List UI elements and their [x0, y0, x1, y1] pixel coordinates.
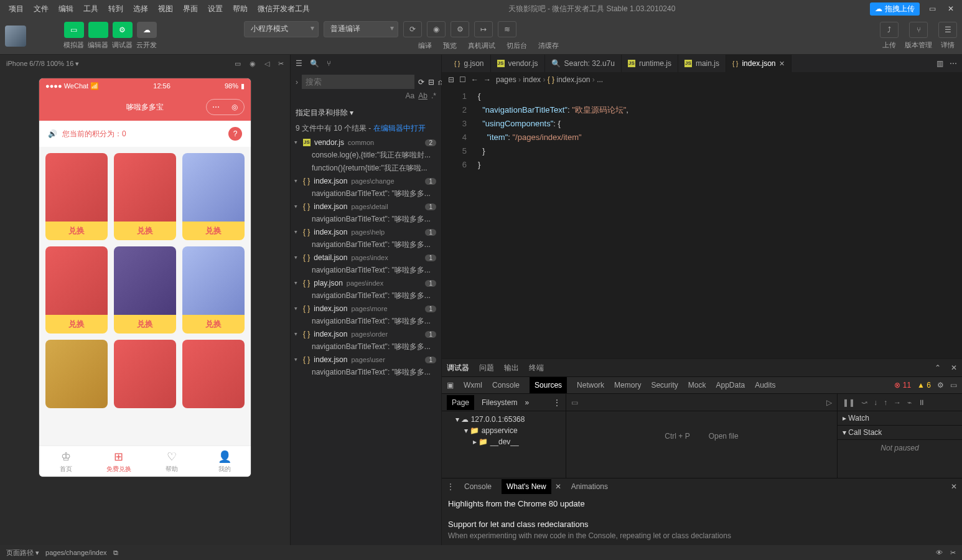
copy-icon[interactable]: ⧉: [113, 549, 118, 557]
minimize-icon[interactable]: ▭: [926, 2, 938, 15]
exchange-button[interactable]: 兑换: [114, 222, 176, 240]
card[interactable]: [114, 340, 176, 408]
regex-icon[interactable]: .*: [431, 91, 436, 100]
menu-item[interactable]: 设置: [204, 2, 226, 16]
search-icon[interactable]: 🔍: [310, 59, 319, 68]
result-line[interactable]: navigationBarTitleText": "哆啦多多...: [291, 315, 441, 328]
result-file[interactable]: JSvendor.jscommon2: [291, 136, 441, 149]
more-icon[interactable]: »: [525, 398, 529, 407]
devtab[interactable]: 问题: [479, 363, 494, 373]
crumb-item[interactable]: { } index.json: [548, 75, 591, 84]
exchange-button[interactable]: 兑换: [182, 222, 245, 240]
result-line[interactable]: navigationBarTitleText": "哆啦多多...: [291, 238, 441, 251]
result-file[interactable]: { }index.jsonpages\user1: [291, 353, 441, 366]
split-icon[interactable]: ▥: [936, 59, 943, 68]
whatsnew-tab[interactable]: What's New: [502, 479, 551, 494]
page-tab[interactable]: Page: [447, 395, 474, 410]
pause-icon[interactable]: ❚❚: [843, 398, 855, 407]
gear-icon[interactable]: ⚙: [937, 381, 944, 390]
card[interactable]: 兑换: [45, 246, 108, 334]
back-icon[interactable]: ←: [471, 75, 479, 84]
devtools-tab[interactable]: Memory: [614, 381, 641, 390]
result-line[interactable]: function(){return{title:"我正在哆啦...: [291, 162, 441, 175]
warn-badge[interactable]: ▲ 6: [917, 381, 931, 390]
word-icon[interactable]: Ab: [418, 91, 427, 100]
exchange-button[interactable]: 兑换: [45, 315, 108, 334]
menu-icon[interactable]: ⋯: [207, 100, 225, 114]
result-line[interactable]: navigationBarTitleText": "哆啦多多...: [291, 187, 441, 200]
branch-icon[interactable]: ⑂: [327, 59, 331, 68]
open-in-editor[interactable]: 在编辑器中打开: [373, 124, 426, 133]
editor-tab[interactable]: JSmain.js: [678, 55, 726, 72]
exchange-button[interactable]: 兑换: [114, 315, 176, 334]
crumb-item[interactable]: ...: [597, 75, 603, 84]
tree-folder[interactable]: ▸ 📁 __dev__: [447, 436, 561, 447]
chevron-right-icon[interactable]: ›: [296, 78, 298, 86]
devtools-tab[interactable]: AppData: [716, 381, 745, 390]
upload-button[interactable]: ☁拖拽上传: [870, 2, 920, 16]
tool-button[interactable]: ☁: [137, 22, 157, 38]
menu-item[interactable]: 转到: [105, 2, 127, 16]
devtools-tab[interactable]: Audits: [755, 381, 775, 390]
pause-exc-icon[interactable]: ⏸: [918, 398, 925, 407]
path-label[interactable]: 页面路径 ▾: [6, 548, 39, 558]
menu-item[interactable]: 编辑: [55, 2, 77, 16]
result-line[interactable]: console.log(e),{title:"我正在哆啦封...: [291, 149, 441, 162]
crumb-item[interactable]: index: [523, 75, 541, 84]
close-icon[interactable]: ✕: [779, 60, 785, 68]
result-line[interactable]: navigationBarTitleText": "哆啦多多...: [291, 264, 441, 277]
devtools-tab[interactable]: Console: [492, 381, 520, 390]
tool-button[interactable]: [88, 22, 108, 38]
menu-item[interactable]: 文件: [30, 2, 52, 16]
tab-item[interactable]: ⊞免费兑换: [92, 446, 145, 477]
scissors-icon[interactable]: ✂: [950, 549, 956, 557]
close-icon[interactable]: ✕: [945, 2, 957, 15]
play-icon[interactable]: ▷: [826, 398, 832, 407]
filter-toggle[interactable]: 指定目录和排除 ▾: [291, 105, 441, 121]
result-line[interactable]: navigationBarTitleText": "哆啦多多...: [291, 289, 441, 302]
tab-item[interactable]: ♔首页: [39, 446, 92, 477]
fwd-icon[interactable]: →: [483, 75, 491, 84]
devtools-tab[interactable]: Mock: [688, 381, 706, 390]
result-file[interactable]: { }play.jsonpages\index1: [291, 277, 441, 289]
clear-icon[interactable]: ≋: [498, 21, 516, 37]
menu-item[interactable]: 视图: [154, 2, 177, 16]
card[interactable]: 兑换: [114, 246, 176, 334]
tab-item[interactable]: 👤我的: [198, 446, 251, 477]
refresh-icon[interactable]: ⟳: [403, 21, 422, 37]
mode-select[interactable]: 小程序模式: [244, 21, 319, 37]
close-icon[interactable]: ✕: [951, 482, 957, 491]
help-icon[interactable]: ?: [228, 127, 242, 141]
inspect-icon[interactable]: ▣: [447, 381, 454, 390]
chevron-up-icon[interactable]: ⌃: [935, 363, 941, 372]
device-select[interactable]: iPhone 6/7/8 100% 16 ▾: [6, 60, 79, 68]
callstack-section[interactable]: ▾ Call Stack: [838, 426, 962, 440]
explorer-icon[interactable]: ☰: [296, 59, 302, 68]
dock-icon[interactable]: ▭: [950, 381, 957, 390]
tool-button[interactable]: ☰: [938, 22, 957, 38]
result-file[interactable]: { }index.jsonpages\change1: [291, 175, 441, 187]
result-file[interactable]: { }detail.jsonpages\index1: [291, 251, 441, 264]
result-line[interactable]: navigationBarTitleText": "哆啦多多...: [291, 340, 441, 353]
bookmark-icon[interactable]: ☐: [459, 75, 466, 84]
tool-button[interactable]: ⤴: [880, 22, 899, 38]
step-out-icon[interactable]: ↑: [884, 398, 887, 407]
debug-icon[interactable]: ⚙: [451, 21, 469, 37]
card[interactable]: 兑换: [182, 153, 245, 240]
record-icon[interactable]: ◉: [250, 60, 256, 68]
tab-item[interactable]: ♡帮助: [145, 446, 198, 477]
card[interactable]: [182, 340, 245, 408]
mute-icon[interactable]: ◁: [264, 60, 269, 68]
menu-item[interactable]: 帮助: [229, 2, 251, 16]
case-icon[interactable]: Aa: [406, 91, 415, 100]
card[interactable]: 兑换: [45, 153, 108, 240]
rotate-icon[interactable]: ▭: [235, 60, 241, 68]
tree-folder[interactable]: ▾ 📁 appservice: [447, 425, 561, 436]
refresh-icon[interactable]: ⟳: [418, 78, 424, 86]
back-icon[interactable]: ↦: [474, 21, 493, 37]
devtools-tab[interactable]: Network: [577, 381, 604, 390]
editor-tab[interactable]: { }g.json: [448, 55, 491, 72]
tool-button[interactable]: ⑂: [909, 22, 928, 38]
result-file[interactable]: { }index.jsonpages\order1: [291, 328, 441, 340]
result-file[interactable]: { }index.jsonpages\help1: [291, 226, 441, 238]
